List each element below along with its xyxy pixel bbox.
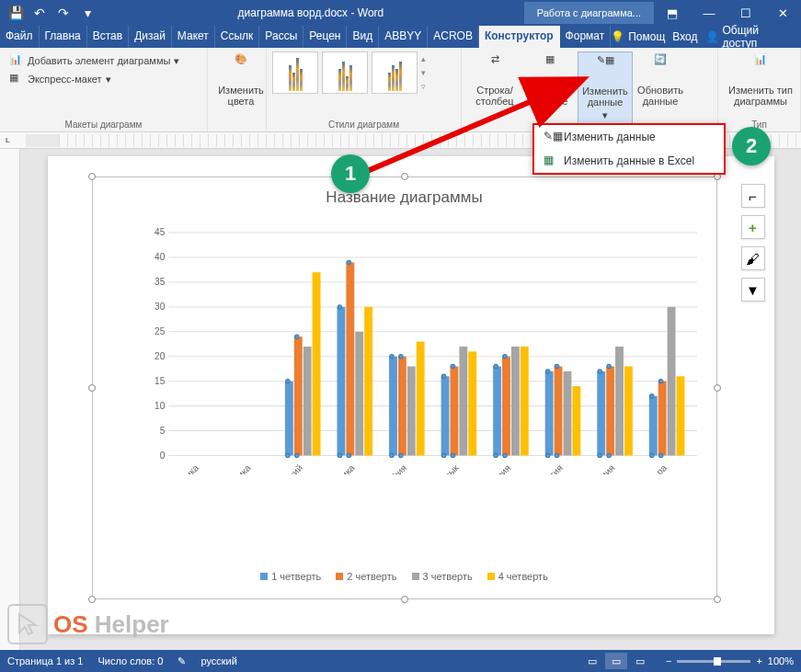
- minimize-icon[interactable]: ―: [691, 0, 727, 26]
- save-icon[interactable]: 💾: [6, 3, 26, 23]
- menu-tabs: Файл Главна Встав Дизай Макет Ссылк Расс…: [0, 26, 801, 48]
- chart-type-icon: 📊: [746, 53, 775, 83]
- chart-plot-area[interactable]: 051015202530354045ФизикаМатематикаРусски…: [141, 223, 698, 474]
- tab-view[interactable]: Вид: [347, 26, 379, 48]
- zoom-out-icon[interactable]: −: [666, 655, 671, 666]
- vertical-ruler[interactable]: [0, 149, 20, 650]
- tab-file[interactable]: Файл: [0, 26, 40, 48]
- ribbon: 📊Добавить элемент диаграммы ▾ ▦Экспресс-…: [0, 48, 801, 132]
- chart-styles-icon[interactable]: 🖌: [741, 246, 765, 270]
- context-tab-chart-tools[interactable]: Работа с диаграмма...: [524, 2, 654, 24]
- svg-point-36: [347, 453, 350, 457]
- svg-text:10: 10: [154, 401, 166, 411]
- status-language[interactable]: русский: [200, 655, 236, 666]
- svg-text:Информатика: Информатика: [306, 462, 356, 474]
- undo-icon[interactable]: ↶: [29, 3, 50, 23]
- svg-rect-28: [303, 347, 311, 456]
- svg-point-42: [389, 453, 393, 457]
- tab-abbyy[interactable]: ABBYY: [379, 26, 428, 48]
- svg-rect-70: [554, 367, 562, 456]
- resize-handle[interactable]: [714, 596, 721, 603]
- spell-check-icon[interactable]: ✎: [177, 655, 186, 667]
- edit-data-button[interactable]: ✎▦Изменить данные ▾: [578, 51, 633, 124]
- dropdown-edit-data-excel[interactable]: ▦Изменить данные в Excel: [534, 149, 724, 173]
- add-chart-element-label: Добавить элемент диаграммы: [28, 55, 170, 66]
- ribbon-display-options-icon[interactable]: ⬒: [654, 0, 691, 26]
- svg-text:30: 30: [154, 302, 166, 312]
- resize-handle[interactable]: [88, 384, 96, 392]
- tell-me-label: Помощ: [628, 30, 665, 43]
- tab-constructor[interactable]: Конструктор: [479, 26, 560, 48]
- legend-item[interactable]: 1 четверть: [260, 571, 321, 582]
- read-mode-icon[interactable]: ▭: [581, 653, 603, 669]
- chart-styles-gallery[interactable]: ▴▾▿: [272, 51, 455, 94]
- tab-format[interactable]: Формат: [560, 26, 612, 48]
- share-button[interactable]: 👤 Общий доступ: [705, 24, 796, 50]
- tab-home[interactable]: Главна: [40, 26, 87, 48]
- change-chart-type-button[interactable]: 📊Изменить тип диаграммы: [724, 51, 797, 108]
- palette-icon: 🎨: [226, 53, 256, 83]
- resize-handle[interactable]: [714, 384, 721, 392]
- zoom-slider[interactable]: [677, 660, 750, 663]
- svg-point-80: [606, 364, 610, 368]
- redo-icon[interactable]: ↷: [53, 3, 74, 23]
- svg-text:История: История: [479, 462, 511, 473]
- qat-customize-icon[interactable]: ▾: [77, 3, 97, 23]
- svg-rect-74: [572, 386, 580, 455]
- svg-rect-73: [563, 371, 571, 456]
- tab-layout[interactable]: Макет: [172, 26, 215, 48]
- resize-handle[interactable]: [401, 596, 408, 603]
- select-data-label: Выбрать данные: [524, 85, 576, 107]
- layout-options-icon[interactable]: ⌐: [741, 184, 765, 208]
- tab-acrobat[interactable]: ACROB: [428, 26, 479, 48]
- svg-point-44: [398, 355, 402, 359]
- svg-rect-88: [658, 382, 666, 456]
- chart-legend[interactable]: 1 четверть2 четверть3 четверть4 четверть: [93, 571, 716, 582]
- dropdown-edit-data[interactable]: ✎▦Изменить данные: [534, 125, 724, 149]
- maximize-icon[interactable]: ☐: [727, 0, 764, 26]
- chart-title[interactable]: Название диаграммы: [93, 177, 716, 212]
- tab-references[interactable]: Ссылк: [215, 26, 260, 48]
- status-page[interactable]: Страница 1 из 1: [7, 655, 83, 666]
- zoom-control[interactable]: − + 100%: [666, 655, 794, 666]
- legend-item[interactable]: 2 четверть: [336, 571, 396, 582]
- zoom-level[interactable]: 100%: [768, 655, 794, 666]
- add-chart-element-button[interactable]: 📊Добавить элемент диаграммы ▾: [6, 51, 201, 70]
- tab-design[interactable]: Дизай: [129, 26, 172, 48]
- legend-item[interactable]: 3 четверть: [412, 571, 473, 582]
- legend-item[interactable]: 4 четверть: [487, 571, 548, 582]
- resize-handle[interactable]: [401, 173, 408, 180]
- chart-elements-icon[interactable]: +: [741, 215, 765, 239]
- svg-text:Математика: Математика: [208, 462, 252, 474]
- tab-mailings[interactable]: Рассы: [259, 26, 303, 48]
- switch-row-column-button[interactable]: ⇄Строка/ столбец: [467, 51, 522, 124]
- quick-layout-button[interactable]: ▦Экспресс-макет ▾: [6, 70, 201, 88]
- chart-object[interactable]: Название диаграммы 051015202530354045Физ…: [92, 177, 717, 599]
- tab-review[interactable]: Рецен: [303, 26, 347, 48]
- svg-text:Английский язык: Английский язык: [402, 462, 460, 474]
- refresh-data-button[interactable]: 🔄Обновить данные: [633, 51, 688, 124]
- change-colors-button[interactable]: 🎨 Изменить цвета: [213, 51, 269, 108]
- svg-text:Химия: Химия: [589, 462, 616, 473]
- refresh-icon: 🔄: [646, 53, 675, 83]
- web-layout-icon[interactable]: ▭: [629, 653, 651, 669]
- svg-point-68: [545, 370, 549, 373]
- select-data-button[interactable]: ▦Выбрать данные: [522, 51, 578, 124]
- svg-text:Биология: Биология: [529, 462, 565, 473]
- resize-handle[interactable]: [88, 173, 96, 180]
- share-label: Общий доступ: [723, 24, 796, 50]
- close-icon[interactable]: ✕: [764, 0, 801, 26]
- print-layout-icon[interactable]: ▭: [605, 653, 627, 669]
- tab-insert[interactable]: Встав: [87, 26, 129, 48]
- zoom-in-icon[interactable]: +: [756, 655, 761, 666]
- chart-filters-icon[interactable]: ▼: [741, 278, 765, 302]
- excel-icon: ▦: [544, 154, 558, 168]
- resize-handle[interactable]: [88, 596, 96, 603]
- status-word-count[interactable]: Число слов: 0: [97, 655, 163, 666]
- svg-rect-40: [389, 357, 397, 456]
- edit-data-icon: ✎▦: [590, 54, 620, 84]
- svg-point-50: [441, 374, 445, 378]
- tell-me[interactable]: 💡 Помощ: [611, 30, 665, 43]
- svg-rect-47: [416, 342, 424, 456]
- sign-in[interactable]: Вход: [672, 30, 697, 43]
